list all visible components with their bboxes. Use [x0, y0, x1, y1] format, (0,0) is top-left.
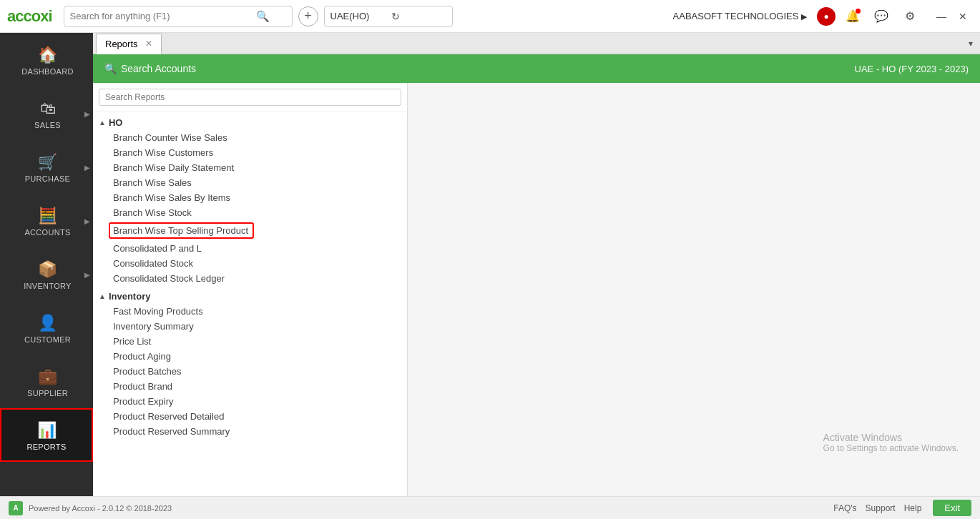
sidebar: 🏠 DASHBOARD 🛍 SALES ▶ 🛒 PURCHASE ▶ 🧮 ACC… — [0, 33, 93, 496]
customer-icon: 👤 — [38, 314, 57, 332]
reports-list-panel: ▲ HO Branch Counter Wise Sales Branch Wi… — [93, 83, 408, 496]
fy-info: UAE - HO (FY 2023 - 2023) — [855, 64, 969, 74]
faqs-link[interactable]: FAQ's — [833, 503, 856, 513]
sidebar-label-accounts: ACCOUNTS — [24, 228, 70, 237]
bottom-links: FAQ's Support Help — [833, 503, 921, 513]
powered-text: Powered by Accoxi - 2.0.12 © 2018-2023 — [29, 504, 172, 513]
app-logo: accoxi — [7, 7, 52, 26]
tree-item-product-reserved-detailed[interactable]: Product Reserved Detailed — [93, 409, 407, 424]
bottom-bar: A Powered by Accoxi - 2.0.12 © 2018-2023… — [0, 496, 980, 519]
tree-item-product-expiry[interactable]: Product Expiry — [93, 394, 407, 409]
add-button[interactable]: + — [298, 6, 318, 26]
inventory-icon: 📦 — [38, 260, 57, 279]
tree-item-branch-wise-top-selling-product[interactable]: Branch Wise Top Selling Product — [109, 222, 254, 239]
tree-item-branch-wise-sales[interactable]: Branch Wise Sales — [93, 175, 407, 190]
inventory-collapse-icon: ▲ — [99, 292, 106, 300]
tree-item-branch-wise-daily-statement[interactable]: Branch Wise Daily Statement — [93, 160, 407, 175]
sidebar-item-inventory[interactable]: 📦 INVENTORY ▶ — [0, 247, 93, 301]
branch-selector[interactable]: UAE(HO) ↻ — [324, 6, 453, 27]
tree-item-product-brand[interactable]: Product Brand — [93, 379, 407, 394]
reports-body: ▲ HO Branch Counter Wise Sales Branch Wi… — [93, 83, 980, 496]
tab-reports[interactable]: Reports ✕ — [96, 34, 162, 54]
accoxi-logo-small: A — [9, 501, 23, 515]
accounts-icon: 🧮 — [38, 207, 57, 225]
branch-label: UAE(HO) — [330, 11, 386, 21]
accounts-arrow: ▶ — [84, 217, 90, 224]
activate-windows-title: Activate Windows — [823, 432, 959, 443]
supplier-icon: 💼 — [38, 367, 57, 386]
global-search-box[interactable]: 🔍 — [64, 6, 293, 27]
tree-item-consolidated-stock[interactable]: Consolidated Stock — [93, 256, 407, 271]
global-search-input[interactable] — [70, 11, 256, 21]
sidebar-item-sales[interactable]: 🛍 SALES ▶ — [0, 86, 93, 140]
ho-collapse-icon: ▲ — [99, 119, 106, 127]
settings-button[interactable]: ⚙ — [898, 5, 921, 28]
sidebar-label-purchase: PURCHASE — [25, 174, 71, 183]
tab-reports-close[interactable]: ✕ — [145, 39, 152, 49]
content-area: Reports ✕ ▾ 🔍 Search Accounts UAE - HO (… — [93, 33, 980, 496]
tree-item-price-list[interactable]: Price List — [93, 334, 407, 349]
company-name[interactable]: AABASOFT TECHNOLOGIES ▶ — [673, 11, 807, 21]
window-controls: — ✕ — [931, 6, 973, 26]
tree-item-fast-moving-products[interactable]: Fast Moving Products — [93, 304, 407, 319]
tree-item-inventory-summary[interactable]: Inventory Summary — [93, 319, 407, 334]
sidebar-item-supplier[interactable]: 💼 SUPPLIER — [0, 355, 93, 408]
notifications-button[interactable]: 🔔 — [841, 5, 864, 28]
close-button[interactable]: ✕ — [953, 6, 973, 26]
tab-reports-label: Reports — [105, 39, 138, 49]
sidebar-item-purchase[interactable]: 🛒 PURCHASE ▶ — [0, 140, 93, 194]
notification-dot — [856, 9, 861, 14]
reports-panel: 🔍 Search Accounts UAE - HO (FY 2023 - 20… — [93, 54, 980, 496]
ho-group-label: HO — [109, 117, 123, 128]
tree-group-ho[interactable]: ▲ HO — [93, 115, 407, 130]
sidebar-item-accounts[interactable]: 🧮 ACCOUNTS ▶ — [0, 194, 93, 247]
user-avatar[interactable]: ● — [817, 7, 836, 26]
sidebar-item-dashboard[interactable]: 🏠 DASHBOARD — [0, 33, 93, 86]
help-link[interactable]: Help — [904, 503, 922, 513]
dashboard-icon: 🏠 — [38, 46, 57, 64]
purchase-arrow: ▶ — [84, 163, 90, 171]
search-icon: 🔍 — [256, 10, 270, 23]
search-accounts-icon: 🔍 — [104, 63, 117, 74]
messages-button[interactable]: 💬 — [870, 5, 893, 28]
sidebar-label-customer: CUSTOMER — [24, 335, 71, 344]
sidebar-label-reports: REPORTS — [26, 443, 66, 451]
search-accounts-section[interactable]: 🔍 Search Accounts — [104, 63, 196, 74]
tree-item-branch-counter-wise-sales[interactable]: Branch Counter Wise Sales — [93, 130, 407, 145]
sidebar-label-sales: SALES — [34, 121, 61, 129]
reports-header: 🔍 Search Accounts UAE - HO (FY 2023 - 20… — [93, 54, 980, 83]
tab-dropdown-arrow[interactable]: ▾ — [964, 39, 977, 49]
reports-search[interactable] — [93, 83, 407, 112]
tree-item-branch-wise-sales-by-items[interactable]: Branch Wise Sales By Items — [93, 190, 407, 205]
reports-icon: 📊 — [37, 421, 57, 440]
purchase-icon: 🛒 — [38, 153, 57, 172]
sales-arrow: ▶ — [84, 109, 90, 117]
company-dropdown-arrow: ▶ — [801, 12, 807, 21]
tree-item-branch-wise-stock[interactable]: Branch Wise Stock — [93, 205, 407, 220]
tree-item-consolidated-p-and-l[interactable]: Consolidated P and L — [93, 241, 407, 256]
sales-icon: 🛍 — [40, 99, 56, 118]
tree-item-branch-wise-top-selling-product-wrapper[interactable]: Branch Wise Top Selling Product — [93, 220, 407, 241]
tree-group-inventory[interactable]: ▲ Inventory — [93, 289, 407, 304]
exit-button[interactable]: Exit — [933, 500, 971, 516]
tree-item-product-reserved-summary[interactable]: Product Reserved Summary — [93, 424, 407, 439]
support-link[interactable]: Support — [866, 503, 896, 513]
reports-content: Activate Windows Go to Settings to activ… — [408, 83, 980, 496]
tree-item-branch-wise-customers[interactable]: Branch Wise Customers — [93, 145, 407, 160]
tree-item-product-aging[interactable]: Product Aging — [93, 349, 407, 364]
inventory-group-label: Inventory — [109, 291, 151, 302]
sidebar-label-inventory: INVENTORY — [24, 282, 71, 290]
minimize-button[interactable]: — — [931, 6, 951, 26]
search-accounts-label: Search Accounts — [121, 63, 196, 74]
sidebar-item-reports[interactable]: 📊 REPORTS — [0, 408, 93, 462]
refresh-icon[interactable]: ↻ — [391, 11, 446, 22]
sidebar-label-supplier: SUPPLIER — [27, 389, 68, 397]
inventory-arrow: ▶ — [84, 270, 90, 278]
reports-tree: ▲ HO Branch Counter Wise Sales Branch Wi… — [93, 112, 407, 496]
sidebar-item-customer[interactable]: 👤 CUSTOMER — [0, 301, 93, 355]
tab-bar: Reports ✕ ▾ — [93, 33, 980, 54]
tree-item-product-batches[interactable]: Product Batches — [93, 364, 407, 379]
tree-item-consolidated-stock-ledger[interactable]: Consolidated Stock Ledger — [93, 271, 407, 286]
activate-windows-sub: Go to Settings to activate Windows. — [823, 443, 959, 453]
reports-search-input[interactable] — [99, 89, 401, 106]
